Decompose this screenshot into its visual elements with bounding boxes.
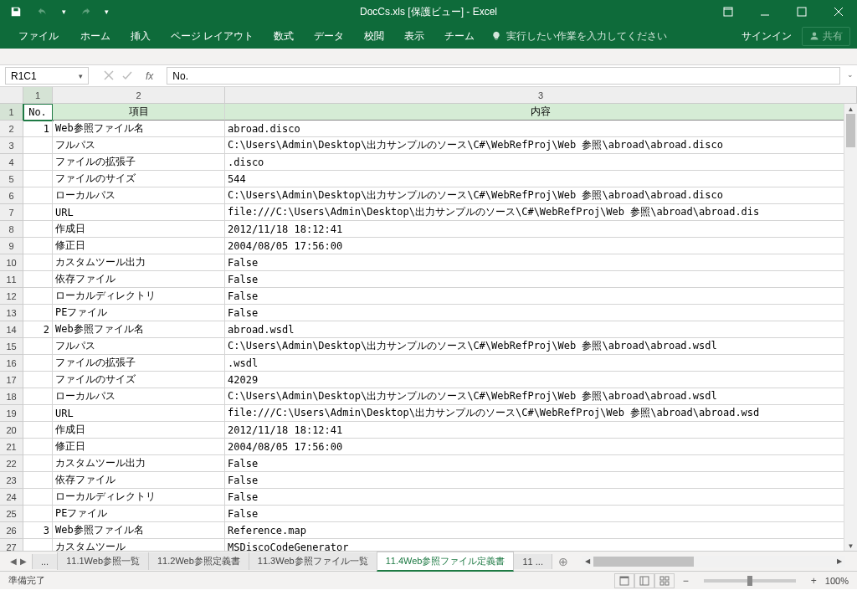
cell-no[interactable]: 2 xyxy=(23,321,53,338)
row-header[interactable]: 4 xyxy=(0,154,23,171)
cell-no[interactable] xyxy=(23,405,53,422)
redo-button[interactable] xyxy=(74,2,96,22)
cell-no[interactable] xyxy=(23,204,53,221)
cell-key[interactable]: ローカルパス xyxy=(53,187,225,204)
cell-value[interactable]: False xyxy=(225,506,857,522)
cell-key[interactable]: ローカルパス xyxy=(53,388,225,405)
cell-value[interactable]: 2004/08/05 17:56:00 xyxy=(225,439,857,455)
row-header[interactable]: 17 xyxy=(0,372,23,388)
row-header[interactable]: 11 xyxy=(0,271,23,288)
cell-value[interactable]: False xyxy=(225,472,857,489)
select-all-corner[interactable] xyxy=(0,87,23,104)
row-header[interactable]: 23 xyxy=(0,472,23,489)
cell-no[interactable] xyxy=(23,254,53,271)
col-header-2[interactable]: 2 xyxy=(53,87,225,104)
cell-no[interactable] xyxy=(23,539,53,551)
formula-bar-expand-icon[interactable]: ⌄ xyxy=(847,70,854,79)
cell-no[interactable]: 1 xyxy=(23,121,53,137)
cell-value[interactable]: C:\Users\Admin\Desktop\出力サンプルのソース\C#\Web… xyxy=(225,137,857,154)
cell-value[interactable]: False xyxy=(225,305,857,321)
namebox-dropdown-icon[interactable]: ▾ xyxy=(79,72,83,80)
enter-formula-icon[interactable] xyxy=(122,69,132,84)
tab-page-layout[interactable]: ページ レイアウト xyxy=(161,23,264,49)
new-sheet-button[interactable]: ⊕ xyxy=(552,555,575,568)
col-header-1[interactable]: 1 xyxy=(23,87,53,104)
share-button[interactable]: 共有 xyxy=(802,27,850,46)
cell-key[interactable]: Web参照ファイル名 xyxy=(53,522,225,539)
zoom-slider-knob[interactable] xyxy=(747,576,752,586)
col-header-3[interactable]: 3 xyxy=(225,87,857,104)
cell-key[interactable]: ファイルの拡張子 xyxy=(53,355,225,372)
cell-no[interactable] xyxy=(23,372,53,388)
cell-key[interactable]: 修正日 xyxy=(53,439,225,455)
row-header[interactable]: 24 xyxy=(0,489,23,506)
cell-value[interactable]: False xyxy=(225,455,857,472)
cancel-formula-icon[interactable] xyxy=(104,69,114,84)
sheet-tab-11-1[interactable]: 11.1Web参照一覧 xyxy=(57,552,149,570)
cell-no[interactable]: 3 xyxy=(23,522,53,539)
row-header[interactable]: 27 xyxy=(0,539,23,551)
vertical-scrollbar[interactable]: ▲ ▼ xyxy=(844,104,857,551)
cell-value[interactable]: C:\Users\Admin\Desktop\出力サンプルのソース\C#\Web… xyxy=(225,338,857,355)
scroll-down-icon[interactable]: ▼ xyxy=(844,541,857,551)
tab-review[interactable]: 校閲 xyxy=(354,23,394,49)
cell-value[interactable]: MSDiscoCodeGenerator xyxy=(225,539,857,551)
cell-value[interactable]: abroad.disco xyxy=(225,121,857,137)
normal-view-button[interactable] xyxy=(614,573,634,588)
minimize-button[interactable] xyxy=(747,0,783,23)
cell-key[interactable]: 作成日 xyxy=(53,221,225,238)
scroll-up-icon[interactable]: ▲ xyxy=(844,104,857,114)
close-button[interactable] xyxy=(820,0,857,23)
tell-me-search[interactable]: 実行したい作業を入力してください xyxy=(491,29,667,44)
row-header[interactable]: 8 xyxy=(0,221,23,238)
cell-key[interactable]: ローカルディレクトリ xyxy=(53,489,225,506)
page-layout-view-button[interactable] xyxy=(634,573,654,588)
formula-input[interactable]: No. xyxy=(167,67,840,85)
qat-customize-icon[interactable]: ▾ xyxy=(101,8,112,16)
signin-link[interactable]: サインイン xyxy=(742,29,792,44)
row-header[interactable]: 3 xyxy=(0,137,23,154)
cell-key[interactable]: ファイルの拡張子 xyxy=(53,154,225,171)
undo-dropdown-icon[interactable]: ▾ xyxy=(59,8,69,16)
row-header[interactable]: 6 xyxy=(0,187,23,204)
cell-no[interactable] xyxy=(23,422,53,439)
cell-key[interactable]: Web参照ファイル名 xyxy=(53,321,225,338)
row-header[interactable]: 19 xyxy=(0,405,23,422)
name-box[interactable]: R1C1 ▾ xyxy=(5,67,89,85)
cell-no[interactable] xyxy=(23,338,53,355)
tab-home[interactable]: ホーム xyxy=(70,23,121,49)
cell-key[interactable]: カスタムツール出力 xyxy=(53,455,225,472)
cell-value[interactable]: False xyxy=(225,288,857,305)
cell-key[interactable]: 修正日 xyxy=(53,238,225,254)
zoom-in-button[interactable]: + xyxy=(808,575,820,587)
cell-key[interactable]: ローカルディレクトリ xyxy=(53,288,225,305)
cell-value[interactable]: False xyxy=(225,271,857,288)
h-scrollbar-thumb[interactable] xyxy=(593,557,694,567)
cell-value[interactable]: 544 xyxy=(225,171,857,187)
row-header[interactable]: 18 xyxy=(0,388,23,405)
sheet-tab-ellipsis[interactable]: ... xyxy=(32,554,58,569)
sheet-tab-11-3[interactable]: 11.3Web参照ファイル一覧 xyxy=(249,552,377,570)
fx-icon[interactable]: fx xyxy=(141,70,158,82)
cell-no[interactable] xyxy=(23,288,53,305)
zoom-out-button[interactable]: − xyxy=(680,575,692,587)
cell-key[interactable]: ファイルのサイズ xyxy=(53,171,225,187)
horizontal-scrollbar[interactable]: ◀ ▶ xyxy=(582,556,845,567)
row-header[interactable]: 13 xyxy=(0,305,23,321)
cell-value[interactable]: file:///C:\Users\Admin\Desktop\出力サンプルのソー… xyxy=(225,204,857,221)
row-header[interactable]: 2 xyxy=(0,121,23,137)
cell-key[interactable]: PEファイル xyxy=(53,305,225,321)
cell-value[interactable]: 2004/08/05 17:56:00 xyxy=(225,238,857,254)
cell-no[interactable] xyxy=(23,472,53,489)
cell-value[interactable]: .wsdl xyxy=(225,355,857,372)
tab-data[interactable]: データ xyxy=(304,23,354,49)
cell-no[interactable] xyxy=(23,187,53,204)
row-header[interactable]: 22 xyxy=(0,455,23,472)
row-header[interactable]: 26 xyxy=(0,522,23,539)
cell-key[interactable]: Web参照ファイル名 xyxy=(53,121,225,137)
scroll-left-icon[interactable]: ◀ xyxy=(582,557,593,565)
tab-view[interactable]: 表示 xyxy=(394,23,434,49)
header-cell-content[interactable]: 内容 xyxy=(225,104,857,121)
cell-key[interactable]: カスタムツール xyxy=(53,539,225,551)
cell-value[interactable]: .disco xyxy=(225,154,857,171)
